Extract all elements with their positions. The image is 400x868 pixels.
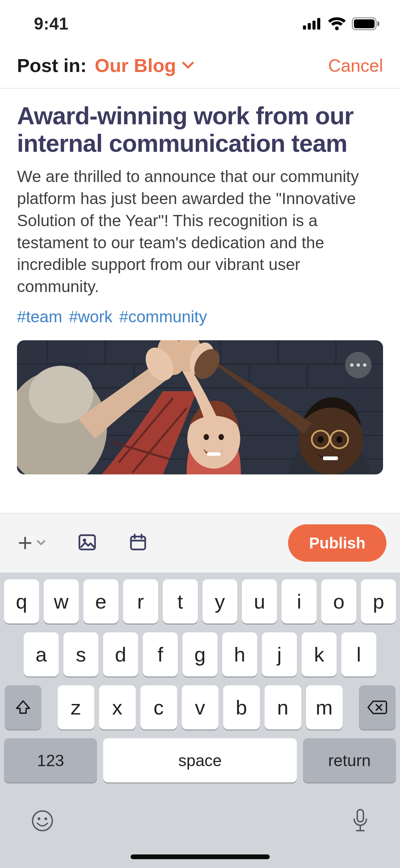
add-block-button[interactable] <box>18 536 45 550</box>
post-in-label: Post in: <box>17 54 87 76</box>
backspace-key[interactable] <box>359 685 396 729</box>
keyboard-row-3: z x c v b n m <box>4 685 396 729</box>
key-z[interactable]: z <box>58 685 94 729</box>
hashtag[interactable]: #community <box>119 307 207 326</box>
key-u[interactable]: u <box>242 579 277 623</box>
status-bar: 9:41 <box>0 0 400 48</box>
post-title-input[interactable]: Award-winning work from our internal com… <box>17 102 383 157</box>
key-f[interactable]: f <box>143 632 178 676</box>
svg-rect-3 <box>317 18 320 30</box>
key-h[interactable]: h <box>222 632 257 676</box>
keyboard-row-4: 123 space return <box>4 738 396 782</box>
key-w[interactable]: w <box>44 579 79 623</box>
ios-keyboard: q w e r t y u i o p a s d f g h j k l z … <box>0 573 400 868</box>
team-highfive-image <box>17 340 383 474</box>
key-k[interactable]: k <box>302 632 337 676</box>
blog-selector[interactable]: Our Blog <box>95 54 194 76</box>
key-m[interactable]: m <box>306 685 343 729</box>
backspace-icon <box>367 700 387 715</box>
svg-rect-39 <box>323 456 338 460</box>
svg-rect-54 <box>357 810 363 822</box>
emoji-button[interactable] <box>31 810 54 832</box>
svg-rect-5 <box>354 19 375 28</box>
key-a[interactable]: a <box>24 632 59 676</box>
status-time: 9:41 <box>34 14 69 34</box>
blog-name: Our Blog <box>95 54 176 76</box>
svg-point-52 <box>38 817 40 820</box>
post-image-attachment[interactable] <box>17 340 383 474</box>
return-key[interactable]: return <box>303 738 396 782</box>
key-q[interactable]: q <box>4 579 39 623</box>
image-options-button[interactable] <box>345 352 372 378</box>
keyboard-bottom-row <box>4 791 396 844</box>
key-d[interactable]: d <box>103 632 138 676</box>
key-i[interactable]: i <box>282 579 317 623</box>
key-b[interactable]: b <box>223 685 260 729</box>
key-l[interactable]: l <box>341 632 376 676</box>
svg-rect-2 <box>312 21 316 30</box>
battery-icon <box>352 17 380 30</box>
emoji-icon <box>31 810 54 832</box>
key-y[interactable]: y <box>203 579 237 623</box>
hashtag[interactable]: #work <box>69 307 112 326</box>
calendar-icon <box>129 533 147 551</box>
svg-rect-1 <box>308 23 311 30</box>
insert-date-button[interactable] <box>129 533 147 553</box>
shift-icon <box>15 699 32 716</box>
svg-point-51 <box>33 811 52 831</box>
hashtag[interactable]: #team <box>17 307 62 326</box>
space-key[interactable]: space <box>103 738 297 782</box>
insert-image-button[interactable] <box>78 533 96 553</box>
dots-icon <box>350 363 354 367</box>
compose-header: Post in: Our Blog Cancel <box>0 48 400 89</box>
key-g[interactable]: g <box>183 632 217 676</box>
hashtag-row: #team #work #community <box>17 307 383 326</box>
svg-point-34 <box>318 436 324 443</box>
svg-point-53 <box>44 817 47 820</box>
key-j[interactable]: j <box>262 632 297 676</box>
keyboard-row-1: q w e r t y u i o p <box>4 579 396 623</box>
chevron-down-icon <box>182 62 194 69</box>
svg-rect-0 <box>303 25 306 30</box>
key-e[interactable]: e <box>83 579 118 623</box>
key-x[interactable]: x <box>99 685 136 729</box>
image-icon <box>78 533 96 551</box>
dictation-button[interactable] <box>352 808 369 833</box>
plus-icon <box>18 536 32 550</box>
key-n[interactable]: n <box>265 685 301 729</box>
keyboard-row-2: a s d f g h j k l <box>4 632 396 676</box>
key-o[interactable]: o <box>321 579 356 623</box>
publish-button[interactable]: Publish <box>288 524 386 562</box>
svg-rect-32 <box>207 452 221 456</box>
key-v[interactable]: v <box>182 685 218 729</box>
key-s[interactable]: s <box>63 632 98 676</box>
key-r[interactable]: r <box>123 579 158 623</box>
svg-rect-47 <box>131 537 145 549</box>
svg-point-46 <box>83 539 86 542</box>
key-t[interactable]: t <box>163 579 198 623</box>
home-indicator[interactable] <box>131 854 270 859</box>
post-body-input[interactable]: We are thrilled to announce that our com… <box>17 166 383 298</box>
key-p[interactable]: p <box>361 579 396 623</box>
cancel-button[interactable]: Cancel <box>328 55 383 76</box>
wifi-icon <box>328 17 346 30</box>
numeric-key[interactable]: 123 <box>4 738 97 782</box>
status-icons <box>303 17 380 30</box>
post-content: Award-winning work from our internal com… <box>0 89 400 474</box>
svg-point-30 <box>204 434 209 440</box>
cellular-icon <box>303 18 322 30</box>
microphone-icon <box>352 808 369 833</box>
compose-toolbar: Publish <box>0 513 400 573</box>
key-c[interactable]: c <box>140 685 177 729</box>
shift-key[interactable] <box>5 685 41 729</box>
svg-point-35 <box>336 436 342 443</box>
svg-rect-6 <box>377 21 379 26</box>
chevron-down-icon <box>37 540 45 546</box>
svg-point-31 <box>218 434 224 440</box>
